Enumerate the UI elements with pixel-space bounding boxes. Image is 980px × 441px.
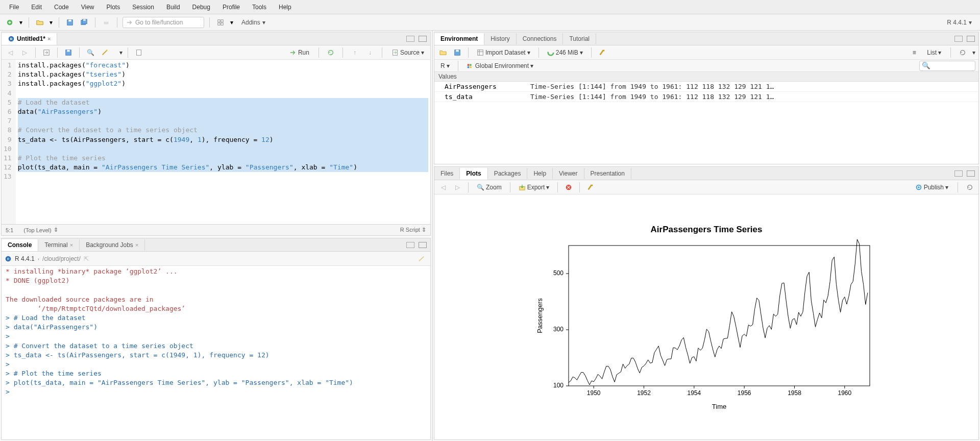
nav-back-icon[interactable]: ◁ [5,47,16,58]
publish-button[interactable]: Publish ▾ [912,183,951,192]
minimize-pane-icon[interactable] [953,33,964,44]
code-line[interactable] [18,172,428,181]
save-icon[interactable] [63,47,74,58]
plots-tab-packages[interactable]: Packages [488,168,528,179]
save-all-icon[interactable] [79,17,90,28]
clear-plots-icon[interactable] [585,182,596,193]
source-button[interactable]: Source ▾ [388,48,427,57]
env-tab-connections[interactable]: Connections [517,33,564,44]
zoom-button[interactable]: 🔍 Zoom [474,183,505,192]
close-tab-icon[interactable]: × [135,242,138,248]
code-line[interactable]: plot(ts_data, main = "AirPassengers Time… [18,163,428,172]
new-file-icon[interactable] [4,17,15,28]
find-icon[interactable]: 🔍 [85,47,96,58]
nav-fwd-icon[interactable]: ▷ [19,47,30,58]
menu-plots[interactable]: Plots [102,2,126,13]
close-tab-icon[interactable]: × [47,36,51,42]
env-tab-environment[interactable]: Environment [434,33,484,45]
plots-tab-files[interactable]: Files [434,168,460,179]
maximize-pane-icon[interactable] [965,33,976,44]
wand-icon[interactable] [99,47,110,58]
export-button[interactable]: Export ▾ [516,183,553,192]
code-line[interactable]: # Load the dataset [18,98,428,107]
run-button[interactable]: Run [286,48,312,57]
minimize-pane-icon[interactable] [405,33,416,44]
print-icon[interactable] [101,17,112,28]
maximize-pane-icon[interactable] [417,239,428,251]
code-line[interactable]: install.packages("tseries") [18,70,428,79]
down-icon[interactable]: ↓ [364,47,376,58]
menu-file[interactable]: File [4,2,24,13]
save-icon[interactable] [64,17,76,28]
minimize-pane-icon[interactable] [953,168,964,179]
plots-tab-presentation[interactable]: Presentation [584,168,631,179]
rerun-icon[interactable] [325,47,336,58]
popout-icon[interactable]: ⇱ [84,255,89,262]
env-search-input[interactable] [919,61,975,71]
goto-file-input[interactable]: Go to file/function [122,17,204,28]
plots-tab-plots[interactable]: Plots [460,168,487,180]
dropdown-icon[interactable]: ▾ [229,17,234,28]
addins-dropdown[interactable]: Addins ▾ [237,17,270,28]
code-line[interactable]: # Plot the time series [18,154,428,163]
clear-objects-icon[interactable] [597,47,608,58]
show-in-new-window-icon[interactable] [41,47,52,58]
plot-next-icon[interactable]: ▷ [452,182,463,193]
console-tab-background-jobs[interactable]: Background Jobs × [80,239,145,251]
memory-usage[interactable]: 246 MiB ▾ [544,48,586,57]
console-tab-console[interactable]: Console [2,239,38,251]
list-view-icon[interactable]: ≡ [909,47,920,58]
clear-console-icon[interactable] [416,253,427,264]
dropdown-icon[interactable]: ▾ [48,17,54,28]
console-tab-terminal[interactable]: Terminal × [38,239,80,251]
save-workspace-icon[interactable] [452,47,463,58]
maximize-pane-icon[interactable] [417,33,428,44]
env-tab-history[interactable]: History [484,33,516,44]
source-tab-untitled[interactable]: R Untitled1* × [2,33,57,45]
load-workspace-icon[interactable] [437,47,449,58]
code-line[interactable]: install.packages("forecast") [18,61,428,70]
refresh-plot-icon[interactable] [964,182,975,193]
plots-tab-help[interactable]: Help [527,168,553,179]
code-line[interactable]: data("AirPassengers") [18,107,428,116]
remove-plot-icon[interactable] [563,182,574,193]
menu-build[interactable]: Build [161,2,185,13]
dropdown-icon[interactable]: ▾ [18,17,23,28]
menu-help[interactable]: Help [274,2,297,13]
r-version-label[interactable]: R 4.4.1 ▾ [947,19,976,26]
list-mode-dropdown[interactable]: List ▾ [924,48,944,57]
minimize-pane-icon[interactable] [405,239,416,251]
menu-session[interactable]: Session [127,2,159,13]
plots-tab-viewer[interactable]: Viewer [553,168,584,179]
open-file-icon[interactable] [34,17,45,28]
code-line[interactable]: # Convert the dataset to a time series o… [18,126,428,135]
menu-tools[interactable]: Tools [247,2,272,13]
env-tab-tutorial[interactable]: Tutorial [563,33,596,44]
console-output[interactable]: * installing *binary* package ‘ggplot2’ … [2,266,430,439]
report-icon[interactable] [133,47,144,58]
env-language-dropdown[interactable]: R ▾ [437,61,453,70]
code-editor[interactable]: 12345678910111213 install.packages("fore… [2,60,430,224]
code-line[interactable]: ts_data <- ts(AirPassengers, start = c(1… [18,135,428,144]
grid-view-icon[interactable] [215,17,226,28]
code-line[interactable] [18,144,428,154]
global-env-dropdown[interactable]: Global Environment ▾ [463,61,536,70]
menu-debug[interactable]: Debug [187,2,215,13]
menu-code[interactable]: Code [49,2,74,13]
code-line[interactable]: install.packages("ggplot2") [18,79,428,88]
close-tab-icon[interactable]: × [70,242,73,248]
code-line[interactable] [18,89,428,98]
code-line[interactable] [18,116,428,126]
import-dataset-button[interactable]: Import Dataset ▾ [474,48,533,57]
menu-view[interactable]: View [76,2,100,13]
up-icon[interactable]: ↑ [349,47,360,58]
env-row[interactable]: AirPassengersTime-Series [1:144] from 19… [434,82,978,92]
plot-prev-icon[interactable]: ◁ [437,182,449,193]
scope-label[interactable]: (Top Level) [23,227,51,233]
menu-profile[interactable]: Profile [217,2,245,13]
refresh-icon[interactable] [957,47,968,58]
env-row[interactable]: ts_dataTime-Series [1:144] from 1949 to … [434,92,978,102]
menu-edit[interactable]: Edit [26,2,47,13]
lang-label[interactable]: R Script [400,227,420,233]
maximize-pane-icon[interactable] [965,168,976,179]
